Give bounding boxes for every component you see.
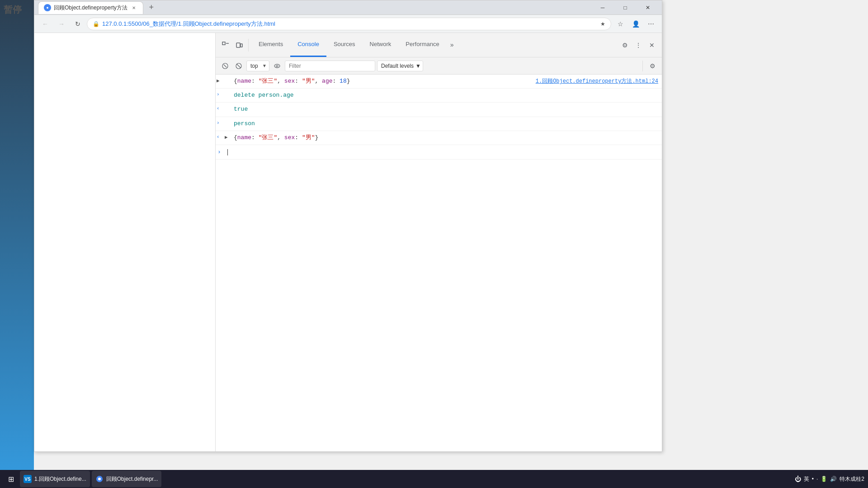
tab-elements[interactable]: Elements	[251, 33, 290, 57]
default-levels-selector[interactable]: Default levels ▼	[377, 61, 423, 71]
close-button[interactable]: ✕	[637, 0, 658, 15]
input-arrow-2: ›	[216, 89, 225, 99]
line-content-5: {name: "张三", sex: "男"}	[232, 132, 662, 144]
expand-gutter-5[interactable]: ▶	[225, 132, 232, 140]
context-selector-wrap[interactable]: top ▼	[246, 61, 269, 71]
menu-icon[interactable]: ⋯	[644, 17, 658, 31]
profile-icon[interactable]: 👤	[628, 17, 643, 31]
console-line-5: ‹ ▶ {name: "张三", sex: "男"}	[216, 131, 662, 145]
line-content-3: true	[232, 103, 662, 115]
line-gutter-2	[225, 89, 232, 92]
devtools-more-button[interactable]: ⋮	[632, 39, 645, 52]
tab-sources[interactable]: Sources	[326, 33, 363, 57]
dot-icon: •	[812, 476, 814, 482]
browser-tab-active[interactable]: ● 回顾Object.defineproperty方法 ✕	[38, 1, 143, 14]
window-controls: ─ □ ✕	[592, 0, 658, 15]
clear-console-button[interactable]	[219, 60, 231, 72]
dot2-icon: ·	[816, 476, 818, 482]
svg-rect-0	[222, 42, 225, 45]
volume-icon[interactable]: 🔊	[830, 476, 837, 482]
console-line-4: › person	[216, 117, 662, 131]
maximize-button[interactable]: □	[615, 0, 636, 15]
console-line-2: › delete person.age	[216, 89, 662, 103]
vscode-icon: VS	[24, 475, 32, 483]
expand-arrow-1[interactable]: ▶	[216, 75, 225, 85]
svg-point-9	[276, 65, 278, 67]
filter-input[interactable]	[285, 61, 375, 71]
title-bar: ● 回顾Object.defineproperty方法 ✕ + ─ □ ✕	[34, 0, 662, 15]
tab-network[interactable]: Network	[363, 33, 399, 57]
line-content-4: person	[232, 118, 662, 130]
input-arrow-4: ›	[216, 118, 225, 127]
system-tray: ⏻ 英 • · 🔋 🔊 特木成桂2	[795, 475, 864, 483]
battery-icon[interactable]: 🔋	[821, 476, 827, 482]
start-button[interactable]: ⊞	[4, 472, 18, 486]
tab-console[interactable]: Console	[290, 33, 326, 57]
tab-favicon: ●	[44, 4, 51, 11]
default-levels-arrow: ▼	[415, 63, 421, 69]
forward-button[interactable]: →	[54, 17, 69, 31]
tray-label: 特木成桂2	[840, 475, 864, 483]
console-empty-area[interactable]	[216, 160, 662, 250]
console-settings-button[interactable]: ⚙	[646, 60, 658, 72]
address-bar[interactable]: 🔒 127.0.0.1:5500/06_数据代理/1.回顾Object.defi…	[87, 18, 611, 30]
svg-rect-3	[241, 44, 242, 47]
back-button[interactable]: ←	[38, 17, 52, 31]
output-arrow-3: ‹	[216, 103, 225, 113]
toolbar-divider	[248, 39, 249, 52]
svg-point-8	[274, 64, 280, 68]
context-selector[interactable]: top	[246, 61, 269, 71]
device-toolbar-button[interactable]	[233, 39, 245, 52]
console-content: ▶ {name: "张三", sex: "男", age: 18} 1.回顾Ob…	[216, 75, 662, 451]
console-toolbar: top ▼ Default levels ▼ ⚙	[216, 57, 662, 75]
more-tabs-button[interactable]: »	[447, 33, 458, 57]
cursor	[227, 149, 228, 155]
output-arrow-5: ‹	[216, 132, 225, 141]
chrome-label: 回顾Object.definepr...	[106, 475, 158, 483]
taskbar: ⊞ VS 1.回顾Object.define... 回顾Object.defin…	[0, 470, 868, 488]
eye-button[interactable]	[271, 60, 283, 72]
tab-area: ● 回顾Object.defineproperty方法 ✕ +	[38, 1, 592, 14]
console-line-3: ‹ true	[216, 103, 662, 117]
line-source-1[interactable]: 1.回顾Object.defineproperty方法.html:24	[532, 75, 662, 87]
watermark-text: 暂停	[4, 4, 22, 16]
tab-close-button[interactable]: ✕	[130, 4, 137, 11]
console-input-field[interactable]	[225, 147, 662, 157]
taskbar-chrome[interactable]: 回顾Object.definepr...	[92, 471, 162, 487]
minimize-button[interactable]: ─	[592, 0, 613, 15]
tab-performance[interactable]: Performance	[398, 33, 446, 57]
power-icon[interactable]: ⏻	[795, 475, 801, 483]
browser-window: ● 回顾Object.defineproperty方法 ✕ + ─ □ ✕ ← …	[34, 0, 662, 452]
navigation-bar: ← → ↻ 🔒 127.0.0.1:5500/06_数据代理/1.回顾Objec…	[34, 15, 662, 33]
line-gutter-3	[225, 103, 232, 106]
devtools-right-icons: ⚙ ⋮ ✕	[618, 39, 658, 52]
new-tab-button[interactable]: +	[145, 1, 158, 14]
reload-button[interactable]: ↻	[71, 17, 85, 31]
default-levels-label: Default levels	[381, 63, 414, 69]
svg-point-11	[98, 478, 101, 480]
toolbar-divider-v	[642, 61, 643, 71]
devtools-tabs: Elements Console Sources Network Perform…	[251, 33, 618, 57]
chrome-icon	[95, 475, 104, 483]
line-gutter-1	[225, 75, 232, 78]
taskbar-vscode[interactable]: VS 1.回顾Object.define...	[20, 471, 90, 487]
devtools-settings-button[interactable]: ⚙	[618, 39, 631, 52]
devtools-panel: Elements Console Sources Network Perform…	[215, 33, 662, 451]
tab-title: 回顾Object.defineproperty方法	[54, 4, 127, 12]
console-input-line[interactable]: ›	[216, 145, 662, 160]
address-text: 127.0.0.1:5500/06_数据代理/1.回顾Object.define…	[102, 20, 598, 28]
lang-indicator[interactable]: 英	[804, 475, 809, 483]
favorites-icon[interactable]: ☆	[613, 17, 627, 31]
vscode-label: 1.回顾Object.define...	[34, 475, 86, 483]
inspect-element-button[interactable]	[219, 39, 232, 52]
block-icon[interactable]	[233, 60, 245, 72]
nav-icons: ☆ 👤 ⋯	[613, 17, 658, 31]
line-content-2: delete person.age	[232, 89, 662, 101]
devtools-toolbar: Elements Console Sources Network Perform…	[216, 33, 662, 57]
svg-rect-2	[236, 43, 240, 47]
line-content-1: {name: "张三", sex: "男", age: 18}	[232, 75, 532, 87]
svg-line-5	[224, 65, 226, 67]
input-caret: ›	[216, 149, 225, 155]
devtools-close-button[interactable]: ✕	[646, 39, 658, 52]
svg-line-7	[237, 64, 241, 68]
